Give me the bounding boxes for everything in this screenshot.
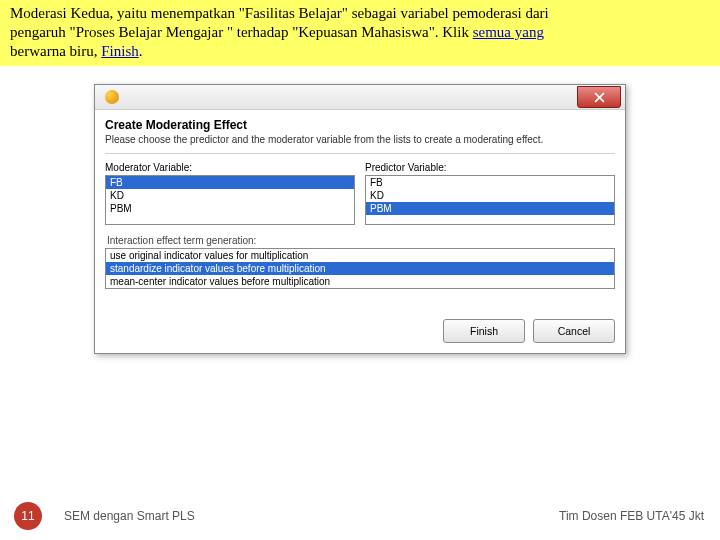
generation-listbox[interactable]: use original indicator values for multip… bbox=[105, 248, 615, 289]
app-icon bbox=[105, 90, 119, 104]
list-item[interactable]: KD bbox=[366, 189, 614, 202]
list-item[interactable]: FB bbox=[106, 176, 354, 189]
slide-footer: 11 SEM dengan Smart PLS Tim Dosen FEB UT… bbox=[0, 502, 720, 530]
generation-label: Interaction effect term generation: bbox=[105, 235, 615, 246]
predictor-label: Predictor Variable: bbox=[365, 162, 615, 173]
predictor-listbox[interactable]: FBKDPBM bbox=[365, 175, 615, 225]
list-item[interactable]: PBM bbox=[106, 202, 354, 215]
close-icon bbox=[594, 92, 605, 103]
list-item[interactable]: KD bbox=[106, 189, 354, 202]
cancel-button[interactable]: Cancel bbox=[533, 319, 615, 343]
dialog-titlebar bbox=[95, 85, 625, 109]
instruction-text-2: pengaruh "Proses Belajar Mengajar " terh… bbox=[10, 24, 473, 40]
dialog-title: Create Moderating Effect bbox=[105, 118, 615, 132]
footer-left-text: SEM dengan Smart PLS bbox=[64, 509, 559, 523]
instruction-banner: Moderasi Kedua, yaitu menempatkan "Fasil… bbox=[0, 0, 720, 66]
divider bbox=[105, 153, 615, 154]
slide-number: 11 bbox=[14, 502, 42, 530]
instruction-link-1[interactable]: semua yang bbox=[473, 24, 544, 40]
create-moderating-dialog: Create Moderating Effect Please choose t… bbox=[94, 84, 626, 354]
list-item[interactable]: PBM bbox=[366, 202, 614, 215]
list-item[interactable]: mean-center indicator values before mult… bbox=[106, 275, 614, 288]
moderator-label: Moderator Variable: bbox=[105, 162, 355, 173]
list-item[interactable]: use original indicator values for multip… bbox=[106, 249, 614, 262]
close-button[interactable] bbox=[577, 86, 621, 108]
instruction-link-finish[interactable]: Finish bbox=[101, 43, 139, 59]
list-item[interactable]: standardize indicator values before mult… bbox=[106, 262, 614, 275]
instruction-text-3: berwarna biru, bbox=[10, 43, 101, 59]
instruction-text-1: Moderasi Kedua, yaitu menempatkan "Fasil… bbox=[10, 5, 549, 21]
list-item[interactable]: FB bbox=[366, 176, 614, 189]
finish-button[interactable]: Finish bbox=[443, 319, 525, 343]
dialog-subtitle: Please choose the predictor and the mode… bbox=[105, 134, 615, 145]
footer-right-text: Tim Dosen FEB UTA'45 Jkt bbox=[559, 509, 704, 523]
dialog-content: Create Moderating Effect Please choose t… bbox=[95, 109, 625, 353]
moderator-listbox[interactable]: FBKDPBM bbox=[105, 175, 355, 225]
